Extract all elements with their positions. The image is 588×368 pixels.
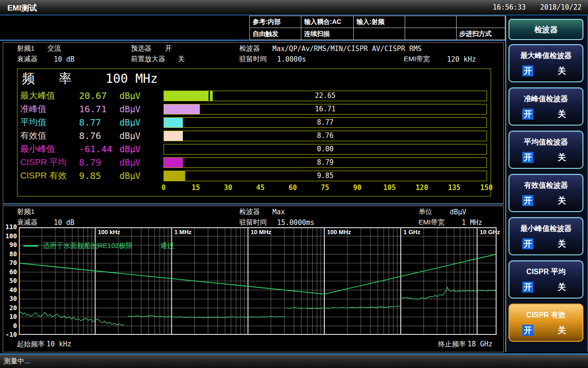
trace-segment bbox=[19, 312, 124, 325]
settings-cell bbox=[354, 28, 405, 40]
measurement-row: 最大峰值20.67dBμV22.65 bbox=[20, 90, 487, 101]
measurement-box: 频 率100 MHz 最大峰值20.67dBμV22.65准峰值16.71dBμ… bbox=[17, 69, 491, 196]
pass-status: 通过 bbox=[160, 242, 174, 250]
measurement-bar: 8.79 bbox=[164, 157, 487, 168]
y-tick-label: 70 bbox=[3, 259, 17, 266]
meter-panel: 射频1 交流 预选器 开 检波器 Max/QP/Av/RMS/MIN/CISPR… bbox=[3, 42, 504, 204]
clock: 16:56:33 2018/10/22 bbox=[492, 3, 582, 12]
measurement-bar-text: 22.65 bbox=[164, 91, 486, 101]
toggle-off[interactable]: 关 bbox=[558, 109, 566, 120]
measurement-label: CISPR 平均 bbox=[20, 156, 79, 168]
on-off-toggle: 开关 bbox=[509, 238, 582, 249]
toggle-on[interactable]: 开 bbox=[522, 109, 533, 120]
measurement-row: 准峰值16.71dBμV16.71 bbox=[20, 104, 487, 115]
detector-menu: 检波器 最大峰值检波器开关准峰值检波器开关平均值检波器开关有效值检波器开关最小峰… bbox=[505, 16, 588, 352]
y-tick-label: 50 bbox=[3, 277, 17, 284]
settings-cell: 参考:内部 bbox=[250, 16, 301, 28]
on-off-toggle: 开关 bbox=[509, 325, 582, 336]
dwell-value: 1.0000s bbox=[277, 55, 306, 63]
measurement-unit: dBμV bbox=[119, 104, 164, 114]
toggle-off[interactable]: 关 bbox=[558, 325, 566, 336]
settings-cell bbox=[405, 28, 457, 40]
trace-segment bbox=[401, 288, 497, 299]
settings-cell bbox=[457, 16, 505, 28]
measurement-unit: dBμV bbox=[119, 144, 164, 154]
clock-date: 2018/10/22 bbox=[540, 3, 582, 12]
measurement-bar: 0.00 bbox=[164, 144, 487, 155]
toggle-on[interactable]: 开 bbox=[522, 325, 533, 336]
measurement-bar-text: 0.00 bbox=[164, 144, 486, 154]
stop-frequency: 终止频率 18 GHz bbox=[438, 340, 492, 349]
detector-button-label: CISPR 有效 bbox=[509, 310, 582, 320]
measurement-row: 最小峰值-61.44dBμV0.00 bbox=[20, 144, 487, 155]
y-tick-label: 40 bbox=[3, 286, 17, 293]
x-decade-label: 10 MHz bbox=[251, 229, 271, 236]
x-decade-label: 1 GHz bbox=[403, 229, 420, 236]
bar-axis-tick: 0 bbox=[161, 184, 165, 192]
toggle-on[interactable]: 开 bbox=[522, 238, 533, 249]
settings-cell: 步进扫方式 bbox=[457, 28, 505, 40]
detector-button-label: CISPR 平均 bbox=[509, 267, 582, 277]
settings-cell bbox=[405, 16, 457, 28]
detector-button-6[interactable]: CISPR 平均开关 bbox=[509, 260, 583, 299]
bar-axis-tick: 60 bbox=[288, 184, 297, 192]
toggle-on[interactable]: 开 bbox=[522, 152, 533, 163]
detector-button-3[interactable]: 平均值检波器开关 bbox=[509, 131, 583, 169]
unit-value: dBμV bbox=[450, 208, 466, 216]
measurement-label: 平均值 bbox=[20, 116, 79, 128]
detector-button-label: 最大峰值检波器 bbox=[509, 51, 582, 61]
detector-button-4[interactable]: 有效值检波器开关 bbox=[509, 174, 583, 212]
bar-axis-tick: 120 bbox=[416, 184, 428, 192]
graph-rf-label: 射频1 bbox=[17, 207, 34, 216]
toggle-off[interactable]: 关 bbox=[558, 282, 566, 293]
preamp-value: 关 bbox=[178, 55, 185, 63]
measurement-bar: 8.76 bbox=[164, 131, 487, 141]
toggle-off[interactable]: 关 bbox=[558, 152, 566, 163]
toggle-on[interactable]: 开 bbox=[522, 195, 533, 206]
y-tick-label: 0 bbox=[3, 322, 17, 329]
y-tick-label: 10 bbox=[3, 313, 17, 320]
limit-line-sample bbox=[23, 245, 38, 247]
graph-bw-label: EMI带宽 bbox=[418, 218, 445, 227]
status-bar: 测量中... bbox=[0, 353, 588, 368]
y-tick-label: -10 bbox=[3, 331, 17, 338]
y-tick-label: 100 bbox=[3, 232, 17, 240]
measurement-value: 9.85 bbox=[79, 170, 119, 181]
toggle-off[interactable]: 关 bbox=[558, 238, 566, 249]
measurement-unit: dBμV bbox=[119, 157, 164, 167]
settings-cell: 连续扫描 bbox=[301, 28, 354, 40]
y-tick-label: 60 bbox=[3, 268, 17, 276]
limit-legend-label: 适用于水面舰船的RE102极限 bbox=[43, 242, 133, 250]
stop-frequency-label: 终止频率 bbox=[438, 340, 466, 348]
graph-detector-value: Max bbox=[272, 208, 285, 216]
toggle-on[interactable]: 开 bbox=[522, 65, 533, 76]
measurement-bar: 16.71 bbox=[164, 104, 487, 115]
detector-button-label: 准峰值检波器 bbox=[509, 94, 582, 104]
detector-button-7[interactable]: CISPR 有效开关 bbox=[509, 304, 583, 342]
coupling-value: 交流 bbox=[47, 44, 61, 53]
rf-label: 射频1 bbox=[17, 44, 34, 53]
on-off-toggle: 开关 bbox=[509, 65, 582, 76]
bar-axis-tick: 105 bbox=[384, 184, 396, 192]
detector-value: Max/QP/Av/RMS/MIN/CISPR AV/CISPR RMS bbox=[272, 45, 422, 53]
emi-test-screen: EMI测试 16:56:33 2018/10/22 参考:内部输入耦合:AC输入… bbox=[0, 0, 588, 368]
detector-button-1[interactable]: 最大峰值检波器开关 bbox=[509, 44, 583, 82]
toggle-off[interactable]: 关 bbox=[558, 65, 566, 76]
detector-button-label: 平均值检波器 bbox=[509, 138, 582, 147]
toggle-on[interactable]: 开 bbox=[522, 282, 533, 293]
measurement-bar-text: 8.76 bbox=[164, 131, 486, 141]
graph-atten-value: 10 dB bbox=[54, 218, 74, 227]
measurement-row: CISPR 平均8.79dBμV8.79 bbox=[20, 157, 487, 168]
measurement-value: 8.79 bbox=[79, 157, 119, 168]
detector-button-2[interactable]: 准峰值检波器开关 bbox=[509, 87, 583, 126]
atten-value: 10 dB bbox=[54, 55, 74, 63]
measurement-value: 8.77 bbox=[79, 117, 119, 128]
measurement-label: 有效值 bbox=[20, 130, 79, 142]
detector-label: 检波器 bbox=[239, 44, 260, 53]
toggle-off[interactable]: 关 bbox=[558, 195, 566, 206]
frequency-label: 频 率 bbox=[22, 71, 82, 86]
measurement-value: 16.71 bbox=[79, 104, 119, 115]
y-tick-label: 30 bbox=[3, 295, 17, 302]
detector-button-5[interactable]: 最小峰值检波器开关 bbox=[509, 217, 583, 255]
measurement-bar-text: 8.77 bbox=[164, 118, 486, 127]
